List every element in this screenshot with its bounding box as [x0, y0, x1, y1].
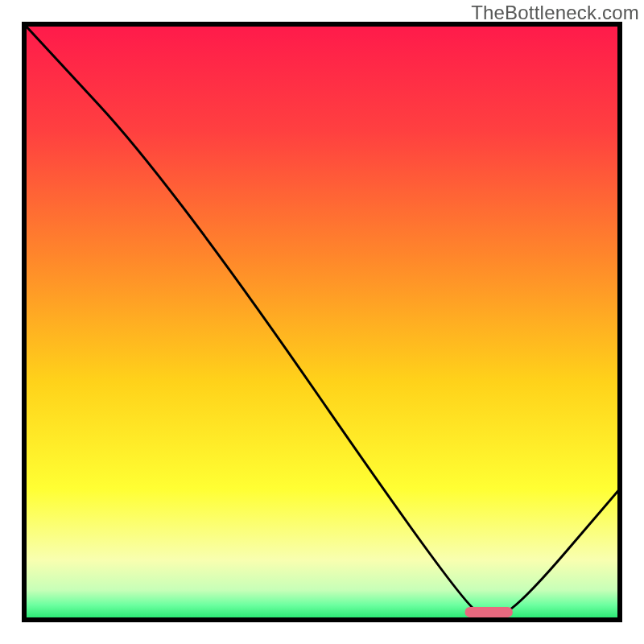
gradient-background: [24, 24, 620, 620]
optimum-marker: [465, 607, 513, 617]
bottleneck-chart: [0, 0, 644, 644]
chart-container: TheBottleneck.com: [0, 0, 644, 644]
